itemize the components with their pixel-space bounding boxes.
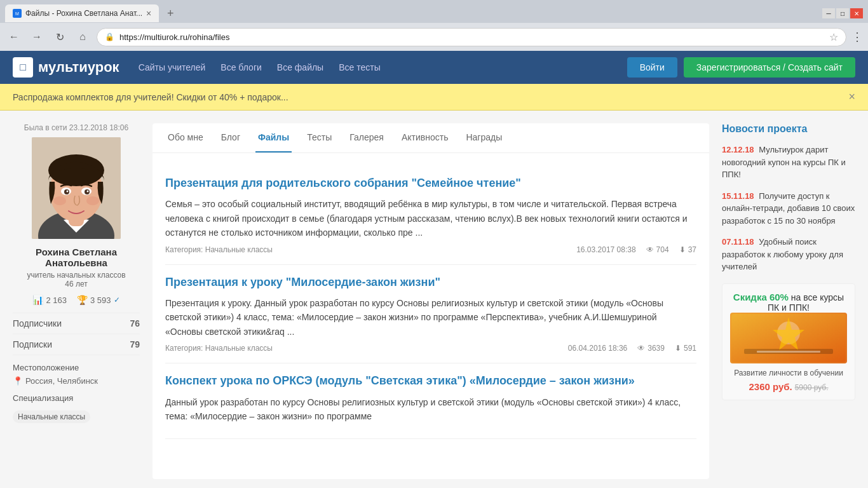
profile-tabs: Обо мне Блог Файлы Тесты Галерея Активно… [153,123,709,153]
login-button[interactable]: Войти [627,57,677,78]
file-meta-2: Категория: Начальные классы 06.04.2016 1… [165,344,696,353]
file-downloads-count-2: 591 [684,344,696,353]
tab-blog[interactable]: Блог [219,123,243,152]
sidebar-counts: Подписчики 76 Подписки 79 [13,313,140,355]
files-list: Презентация для родительского собрания "… [153,153,709,452]
nav-all-tests[interactable]: Все тесты [339,62,381,72]
browser-window: М Файлы - Рохина Светлана Анат... × + ─ … [0,0,868,51]
file-title-1[interactable]: Презентация для родительского собрания "… [165,176,696,191]
browser-menu-button[interactable]: ⋮ [851,30,863,44]
nav-teachers-sites[interactable]: Сайты учителей [139,62,206,72]
svg-point-13 [53,196,66,205]
tab-title: Файлы - Рохина Светлана Анат... [25,9,142,18]
right-sidebar: Новости проекта 12.12.18 Мультиурок дари… [722,123,855,479]
subscribers-count: 76 [130,318,140,329]
stat-bar-value: 2 163 [46,295,67,305]
news-title: Новости проекта [722,123,855,135]
stat-trophy: 🏆 3 593 ✓ [77,295,120,305]
news-item-1: 12.12.18 Мультиурок дарит новогодний куп… [722,144,855,181]
user-avatar [32,137,121,239]
verified-icon: ✓ [114,295,120,304]
ad-image [730,313,847,363]
location-text: Россия, Челябинск [25,376,98,386]
user-status: Была в сети 23.12.2018 18:06 [13,123,140,132]
user-name: Рохина Светлана Анатольевна [13,247,140,268]
logo-text: мультиурок [38,59,119,76]
tab-favicon: М [13,9,22,18]
lock-icon: 🔒 [105,32,114,41]
ad-price: 2360 руб. [749,381,792,392]
file-views-count-2: 3639 [648,344,665,353]
user-location: 📍 Россия, Челябинск [13,376,140,386]
stat-bar-chart: 📊 2 163 [32,295,67,305]
news-item-2: 15.11.18 Получите доступ к онлайн-тетрад… [722,190,855,227]
bar-chart-icon: 📊 [32,295,43,305]
file-category-2: Категория: Начальные классы [165,344,273,353]
tab-tests[interactable]: Тесты [304,123,334,152]
subscribers-row: Подписчики 76 [13,313,140,334]
news-date-2: 15.11.18 [722,191,754,201]
address-bar: ← → ↻ ⌂ 🔒 https://multiurok.ru/rohina/fi… [0,23,868,51]
banner-text: Распродажа комплектов для учителей! Скид… [13,92,288,102]
file-date-2: 06.04.2016 18:36 [568,344,627,353]
user-age: 46 лет [13,280,140,288]
trophy-icon: 🏆 [77,295,88,305]
file-category-1: Категория: Начальные классы [165,245,273,254]
banner-close-button[interactable]: × [848,90,855,104]
file-views-2: 👁 3639 [637,344,665,353]
ad-caption: Развитие личности в обучении [730,369,847,377]
header-right: Войти Зарегистрироваться / Создать сайт [627,57,855,78]
file-title-3[interactable]: Конспект урока по ОРКСЭ (модуль "Светска… [165,374,696,388]
ad-box[interactable]: Скидка 60% на все курсы ПК и ППК! [722,283,855,400]
subscriptions-row: Подписки 79 [13,334,140,355]
home-button[interactable]: ⌂ [74,28,92,46]
svg-point-12 [87,191,89,193]
tab-activity[interactable]: Активность [399,123,451,152]
file-meta-1: Категория: Начальные классы 16.03.2017 0… [165,245,696,254]
tab-files[interactable]: Файлы [255,123,292,152]
url-bar[interactable]: 🔒 https://multiurok.ru/rohina/files ☆ [97,28,846,46]
site-header: □ мультиурок Сайты учителей Все блоги Вс… [0,51,868,84]
download-icon: ⬇ [679,245,686,254]
tab-bar: М Файлы - Рохина Светлана Анат... × + ─ … [0,0,868,23]
ad-discount-text: Скидка 60% на все курсы ПК и ППК! [730,292,847,313]
file-title-2[interactable]: Презентация к уроку "Милосердие-закон жи… [165,275,696,290]
file-desc-3: Данный урок разработан по курсу Основы р… [165,395,696,424]
bookmark-icon[interactable]: ☆ [829,31,838,43]
eye-icon: 👁 [646,245,654,254]
file-date-1: 16.03.2017 08:38 [576,245,635,254]
tab-awards[interactable]: Награды [463,123,505,152]
site-logo[interactable]: □ мультиурок [13,57,119,78]
file-item: Конспект урока по ОРКСЭ (модуль "Светска… [165,363,696,439]
tab-gallery[interactable]: Галерея [347,123,386,152]
ad-original-price: 5900 руб. [795,383,829,392]
subscriptions-count: 79 [130,339,140,349]
news-item-3: 07.11.18 Удобный поиск разработок к любо… [722,236,855,273]
browser-tab-active[interactable]: М Файлы - Рохина Светлана Анат... × [5,4,159,22]
maximize-button[interactable]: □ [836,8,849,18]
tab-close-button[interactable]: × [146,8,151,18]
close-button[interactable]: ✕ [850,8,863,18]
file-desc-1: Семья – это особый социальный институт, … [165,197,696,240]
nav-all-blogs[interactable]: Все блоги [220,62,261,72]
specialization-tag: Начальные классы [13,410,90,423]
forward-button[interactable]: → [28,28,46,46]
location-pin-icon: 📍 [13,376,23,386]
user-stats: 📊 2 163 🏆 3 593 ✓ [13,295,140,305]
ad-price-row: 2360 руб. 5900 руб. [730,381,847,392]
minimize-button[interactable]: ─ [822,8,835,18]
reload-button[interactable]: ↻ [51,28,69,46]
logo-icon: □ [13,57,33,78]
back-button[interactable]: ← [5,28,23,46]
site-nav: Сайты учителей Все блоги Все файлы Все т… [139,62,381,72]
new-tab-button[interactable]: + [161,4,179,22]
svg-text:М: М [15,11,19,16]
nav-all-files[interactable]: Все файлы [277,62,323,72]
promo-banner: Распродажа комплектов для учителей! Скид… [0,84,868,111]
main-content: Обо мне Блог Файлы Тесты Галерея Активно… [153,123,709,479]
window-controls: ─ □ ✕ [822,8,863,18]
register-button[interactable]: Зарегистрироваться / Создать сайт [684,57,855,78]
tab-about[interactable]: Обо мне [165,123,206,152]
user-sidebar: Была в сети 23.12.2018 18:06 [13,123,140,479]
news-date-3: 07.11.18 [722,237,754,247]
